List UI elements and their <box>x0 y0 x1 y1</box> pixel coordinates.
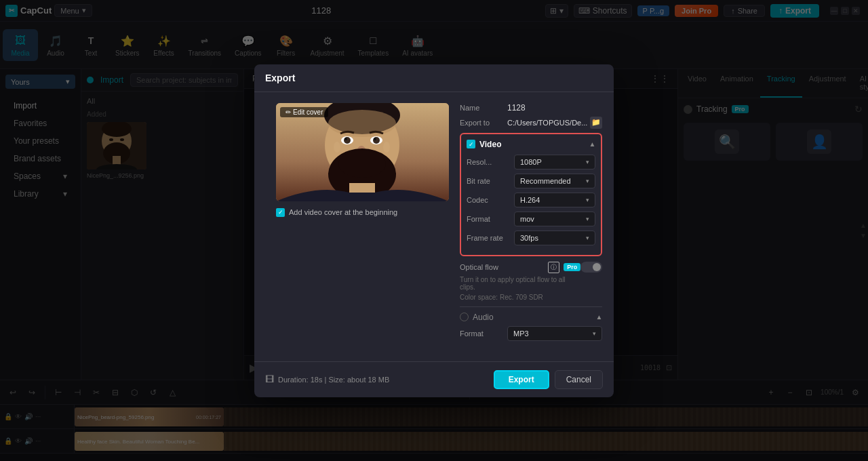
optical-toggle[interactable] <box>580 262 602 273</box>
video-checkbox[interactable]: ✓ <box>467 140 475 148</box>
framerate-label: Frame rate <box>467 234 514 242</box>
codec-row: Codec H.264 ▾ <box>467 193 595 207</box>
edit-cover-button[interactable]: ✏ Edit cover <box>280 107 328 117</box>
pencil-icon: ✏ <box>285 108 291 116</box>
modal-scroll: ✏ Edit cover ✓ Add video cover at the be… <box>254 92 614 361</box>
audio-toggle[interactable]: ▲ <box>595 313 602 321</box>
svg-point-15 <box>344 137 351 144</box>
svg-point-13 <box>328 110 396 137</box>
film-icon: 🎞 <box>265 374 274 384</box>
format-row: Format mov ▾ <box>467 212 595 226</box>
modal-preview: ✏ Edit cover ✓ Add video cover at the be… <box>276 103 449 345</box>
folder-icon-shape: 📁 <box>591 118 601 127</box>
audio-format-row: Format MP3 ▾ <box>460 326 602 341</box>
audio-format-label: Format <box>460 329 507 338</box>
name-value: 1128 <box>507 103 526 113</box>
framerate-row: Frame rate 30fps ▾ <box>467 230 595 245</box>
name-row: Name 1128 <box>460 103 602 113</box>
optical-pro-badge: Pro <box>564 263 580 271</box>
modal-footer: 🎞 Duration: 18s | Size: about 18 MB Expo… <box>254 361 614 397</box>
modal-overlay: Export <box>0 0 868 461</box>
chevron-down-icon: ▾ <box>586 197 589 203</box>
chevron-down-icon: ▾ <box>593 330 596 337</box>
optical-flow-header: Optical flow ⓘ Pro <box>460 262 580 273</box>
svg-point-27 <box>383 142 390 153</box>
svg-point-18 <box>373 137 380 144</box>
codec-select[interactable]: H.264 ▾ <box>514 193 595 207</box>
name-label: Name <box>460 104 507 112</box>
codec-label: Codec <box>467 196 514 204</box>
modal-settings: Name 1128 Export to C:/Users/TOPGUS/De..… <box>449 103 602 345</box>
audio-circle <box>460 313 469 321</box>
optical-flow-row: Optical flow ⓘ Pro Turn it on to apply o… <box>460 262 602 291</box>
export-to-label: Export to <box>460 119 507 127</box>
audio-header: Audio ▲ <box>460 313 602 322</box>
optical-description: Turn it on to apply optical flow to all … <box>460 276 568 291</box>
svg-point-26 <box>334 142 340 153</box>
footer-info: 🎞 Duration: 18s | Size: about 18 MB <box>265 374 494 384</box>
bitrate-select[interactable]: Recommended ▾ <box>514 174 595 188</box>
toggle-knob <box>593 263 601 271</box>
cancel-button[interactable]: Cancel <box>555 370 603 389</box>
format-label: Format <box>467 215 514 223</box>
modal-body: ✏ Edit cover ✓ Add video cover at the be… <box>265 92 603 356</box>
folder-button[interactable]: 📁 <box>590 117 602 129</box>
svg-point-19 <box>374 138 376 140</box>
color-space-label: Color space: Rec. 709 SDR <box>460 294 602 301</box>
video-toggle[interactable]: ▲ <box>589 140 595 148</box>
resolution-label: Resol... <box>467 158 514 166</box>
chevron-down-icon: ▾ <box>586 216 589 222</box>
framerate-select[interactable]: 30fps ▾ <box>514 230 595 245</box>
export-to-row: Export to C:/Users/TOPGUS/De... 📁 <box>460 117 602 129</box>
preview-image: ✏ Edit cover <box>276 103 449 201</box>
audio-format-select[interactable]: MP3 ▾ <box>507 326 602 341</box>
audio-section: Audio ▲ Format MP3 ▾ <box>460 306 602 341</box>
video-section-header: ✓ Video ▲ <box>467 140 595 149</box>
resolution-row: Resol... 1080P ▾ <box>467 155 595 169</box>
export-modal: Export <box>254 64 614 397</box>
svg-point-16 <box>344 138 347 140</box>
optical-flow-left: Optical flow ⓘ Pro Turn it on to apply o… <box>460 262 580 291</box>
svg-point-24 <box>338 151 386 178</box>
footer-actions: Export Cancel <box>494 370 603 389</box>
bitrate-row: Bit rate Recommended ▾ <box>467 174 595 188</box>
chevron-down-icon: ▾ <box>586 178 589 184</box>
optical-info-icon[interactable]: ⓘ <box>548 262 559 273</box>
chevron-down-icon: ▾ <box>586 235 589 241</box>
add-cover-checkbox[interactable]: ✓ Add video cover at the beginning <box>276 208 449 217</box>
export-button[interactable]: Export <box>494 370 549 389</box>
bitrate-label: Bit rate <box>467 177 514 185</box>
resolution-select[interactable]: 1080P ▾ <box>514 155 595 169</box>
preview-face-svg <box>276 103 449 201</box>
video-section: ✓ Video ▲ Resol... 1080P ▾ <box>460 133 602 256</box>
modal-header: Export <box>254 64 614 92</box>
chevron-down-icon: ▾ <box>586 159 589 165</box>
export-path: C:/Users/TOPGUS/De... <box>507 119 587 127</box>
format-select[interactable]: mov ▾ <box>514 212 595 226</box>
checkbox-icon: ✓ <box>276 208 285 217</box>
